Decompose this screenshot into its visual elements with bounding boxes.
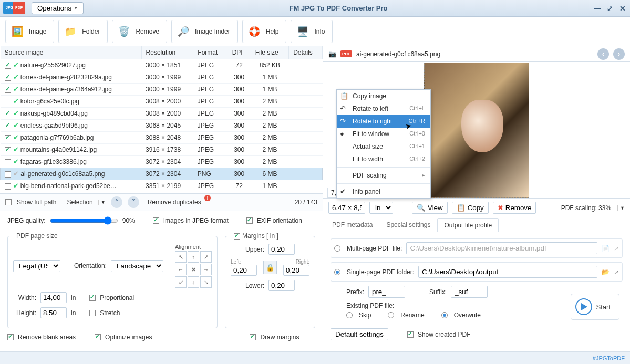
align-mc[interactable]: ✕: [188, 264, 199, 275]
skip-radio[interactable]: [346, 312, 353, 318]
col-dpi[interactable]: DPI: [228, 46, 251, 59]
exif-check[interactable]: [246, 217, 253, 224]
maximize-button[interactable]: ⤢: [606, 4, 614, 13]
file-table-wrap[interactable]: Source imageResolutionFormatDPIFile size…: [0, 46, 323, 193]
table-row[interactable]: ✔ ai-generated-g0c1c68aa5.png3072 × 2304…: [1, 168, 323, 180]
remove-button[interactable]: ✖ Remove: [493, 202, 536, 214]
ctx-info-panel[interactable]: ✔Info panel: [337, 185, 430, 198]
toolbar-info-button[interactable]: 🖥️Info: [291, 20, 333, 43]
table-row[interactable]: ✔ torres-del-paine-ga7364a912.jpg3000 × …: [1, 83, 323, 95]
row-check[interactable]: [5, 63, 11, 69]
start-button[interactable]: Start: [571, 294, 619, 320]
default-settings-button[interactable]: Default settings: [331, 328, 388, 340]
full-path-check[interactable]: [5, 199, 12, 205]
show-pdf-check[interactable]: [407, 331, 414, 338]
col-details[interactable]: Details: [289, 46, 323, 59]
align-mr[interactable]: →: [200, 264, 212, 275]
row-check[interactable]: [5, 123, 11, 129]
view-button[interactable]: 🔍 View: [412, 202, 448, 214]
align-ml[interactable]: ←: [175, 264, 187, 275]
row-check[interactable]: [5, 171, 11, 178]
align-tl[interactable]: ↖: [175, 251, 187, 263]
ctx-fit-to-window[interactable]: ●Fit to windowCtrl+0: [337, 128, 430, 140]
margin-lower-input[interactable]: [268, 280, 295, 291]
margin-upper-input[interactable]: [268, 244, 295, 255]
height-input[interactable]: [40, 307, 67, 318]
align-bl[interactable]: ↙: [175, 276, 187, 288]
row-check[interactable]: [5, 75, 11, 81]
stretch-check[interactable]: [89, 310, 96, 316]
multi-page-radio[interactable]: [334, 245, 340, 252]
selection-menu-button[interactable]: ▼: [98, 200, 106, 205]
table-row[interactable]: ✔ mountains-g4a0e91142.jpg3916 × 1738JPE…: [1, 143, 323, 155]
toolbar-remove-button[interactable]: 🗑️Remove: [112, 20, 167, 43]
toolbar-image-button[interactable]: 🖼️Image: [5, 20, 54, 43]
move-down-button[interactable]: ˅: [128, 196, 139, 208]
jpeg-quality-slider[interactable]: [50, 216, 118, 225]
align-tc[interactable]: ↑: [188, 251, 199, 263]
row-check[interactable]: [5, 135, 11, 141]
prefix-input[interactable]: [368, 286, 405, 298]
tab-output-file-profile[interactable]: Output file profile: [437, 218, 499, 232]
margin-lock-button[interactable]: 🔒: [263, 261, 277, 274]
align-tr[interactable]: ↗: [200, 251, 212, 263]
open-output-icon[interactable]: ↗: [614, 268, 619, 276]
toolbar-image-finder-button[interactable]: 🔎Image finder: [171, 20, 238, 43]
tab-pdf-metadata[interactable]: PDF metadata: [325, 217, 379, 232]
remove-blank-check[interactable]: [7, 334, 14, 340]
prev-image-button[interactable]: ‹: [597, 48, 609, 60]
table-row[interactable]: ✔ nature-g255629027.jpg3000 × 1851JPEG72…: [1, 59, 323, 71]
ctx-fit-to-width[interactable]: Fit to widthCtrl+2: [337, 153, 430, 165]
table-row[interactable]: ✔ endless-gaa5d9bf96.jpg3068 × 2045JPEG3…: [1, 119, 323, 131]
unit-select[interactable]: in: [369, 202, 393, 214]
row-check[interactable]: [5, 147, 11, 153]
move-up-button[interactable]: ˄: [111, 196, 122, 208]
remove-dup-label[interactable]: Remove duplicates: [148, 199, 201, 206]
minimize-button[interactable]: —: [593, 4, 602, 13]
copy-button[interactable]: 📋 Copy: [452, 202, 489, 214]
ctx-actual-size[interactable]: Actual sizeCtrl+1: [337, 140, 430, 153]
margins-check[interactable]: [234, 233, 240, 240]
ctx-rotate-to-left[interactable]: ↶Rotate to leftCtrl+L: [337, 102, 430, 115]
align-br[interactable]: ↘: [200, 276, 212, 288]
toolbar-help-button[interactable]: 🛟Help: [242, 20, 287, 43]
pdf-scaling-label[interactable]: PDF scaling: 33%: [561, 204, 611, 212]
row-check[interactable]: [5, 87, 11, 93]
optimize-check[interactable]: [95, 334, 101, 340]
toolbar-folder-button[interactable]: 📁Folder: [58, 20, 108, 43]
proportional-check[interactable]: [89, 295, 96, 301]
operations-button[interactable]: Operations▼: [32, 2, 84, 14]
row-check[interactable]: [5, 111, 11, 117]
table-row[interactable]: ✔ kotor-g6ca25e0fc.jpg3008 × 2000JPEG300…: [1, 95, 323, 107]
images-jpeg-check[interactable]: [153, 217, 159, 224]
single-page-path[interactable]: [418, 266, 597, 278]
align-bc[interactable]: ↓: [188, 276, 199, 288]
col-format[interactable]: Format: [193, 46, 228, 59]
table-row[interactable]: ✔ fagaras-gf1e3c3386.jpg3072 × 2304JPEG3…: [1, 155, 323, 168]
tab-special-settings[interactable]: Special settings: [379, 217, 437, 232]
row-check[interactable]: [5, 159, 11, 165]
draw-margins-check[interactable]: [250, 334, 256, 340]
hashtag-link[interactable]: #JPGToPDF: [593, 355, 625, 361]
col-source-image[interactable]: Source image: [1, 46, 142, 59]
ctx-pdf-scaling[interactable]: PDF scaling▸: [337, 169, 430, 182]
margin-right-input[interactable]: [283, 265, 309, 276]
single-page-radio[interactable]: [334, 269, 340, 275]
table-row[interactable]: ✔ nakusp-gb489cbd04.jpg3008 × 2000JPEG30…: [1, 107, 323, 119]
row-check[interactable]: [5, 183, 11, 190]
table-row[interactable]: ✔ big-bend-national-park-ged52be…3351 × …: [1, 192, 323, 193]
table-row[interactable]: ✔ torres-del-paine-g28232829a.jpg3000 × …: [1, 71, 323, 83]
table-row[interactable]: ✔ big-bend-national-park-ged52be…3351 × …: [1, 180, 323, 192]
pdf-scaling-menu[interactable]: ▼: [617, 205, 625, 211]
table-row[interactable]: ✔ patagonia-g7f769b6ab.jpg3088 × 2048JPE…: [1, 131, 323, 143]
row-check[interactable]: [5, 99, 11, 105]
pdf-file-icon[interactable]: 📄: [602, 245, 610, 252]
col-resolution[interactable]: Resolution: [141, 46, 193, 59]
ctx-rotate-to-right[interactable]: ↷Rotate to rightCtrl+R: [337, 115, 430, 128]
close-button[interactable]: ✕: [618, 4, 627, 13]
page-size-select[interactable]: Legal (US): [13, 260, 60, 272]
open-folder-icon[interactable]: ↗: [614, 245, 619, 252]
orientation-select[interactable]: Landscape: [111, 260, 163, 272]
margin-left-input[interactable]: [231, 265, 257, 276]
browse-folder-icon[interactable]: 📂: [602, 268, 610, 276]
